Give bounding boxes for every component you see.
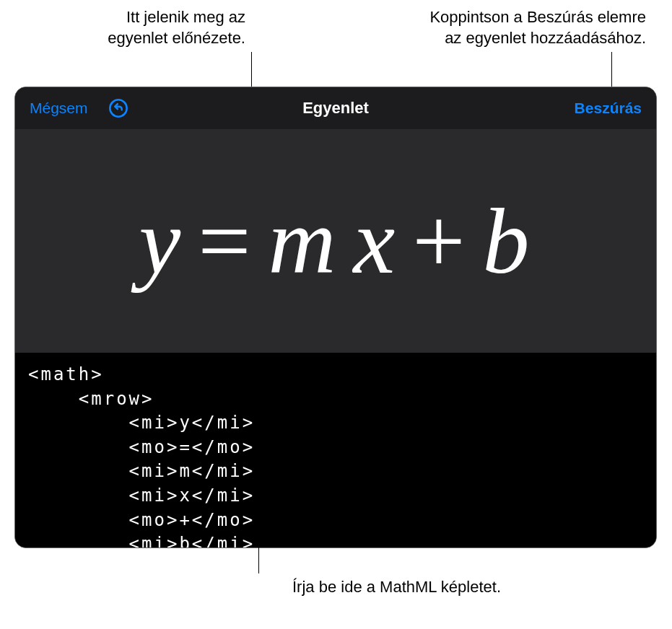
callout-preview-line2: egyenlet előnézete. [65,28,245,49]
code-text: <math> <mrow> <mi>y</mi> <mo>=</mo> <mi>… [28,364,255,547]
var-y: y [139,187,184,295]
callout-insert: Koppintson a Beszúrás elemre az egyenlet… [314,7,646,48]
svg-point-0 [110,100,126,116]
var-b: b [482,187,532,295]
equation-editor-panel: Mégsem Egyenlet Beszúrás y = m x + b <ma… [14,87,657,548]
editor-toolbar: Mégsem Egyenlet Beszúrás [15,87,656,129]
op-plus: + [412,187,468,295]
cancel-button[interactable]: Mégsem [30,100,88,117]
callout-preview-line1: Itt jelenik meg az [65,7,245,28]
equation-preview-area: y = m x + b [15,129,656,353]
var-x: x [353,187,398,295]
panel-title: Egyenlet [302,99,369,118]
equation-preview: y = m x + b [139,187,533,295]
mathml-code-input[interactable]: <math> <mrow> <mi>y</mi> <mo>=</mo> <mi>… [15,353,656,547]
callout-code: Írja be ide a MathML képletet. [292,577,653,598]
callout-insert-line2: az egyenlet hozzáadásához. [314,28,646,49]
var-m: m [269,187,339,295]
callout-insert-line1: Koppintson a Beszúrás elemre [314,7,646,28]
op-equals: = [198,187,253,295]
callout-preview: Itt jelenik meg az egyenlet előnézete. [65,7,245,48]
insert-button[interactable]: Beszúrás [575,100,642,117]
undo-icon[interactable] [108,98,128,118]
callout-code-text: Írja be ide a MathML képletet. [292,577,653,598]
callout-code-line [258,506,259,573]
